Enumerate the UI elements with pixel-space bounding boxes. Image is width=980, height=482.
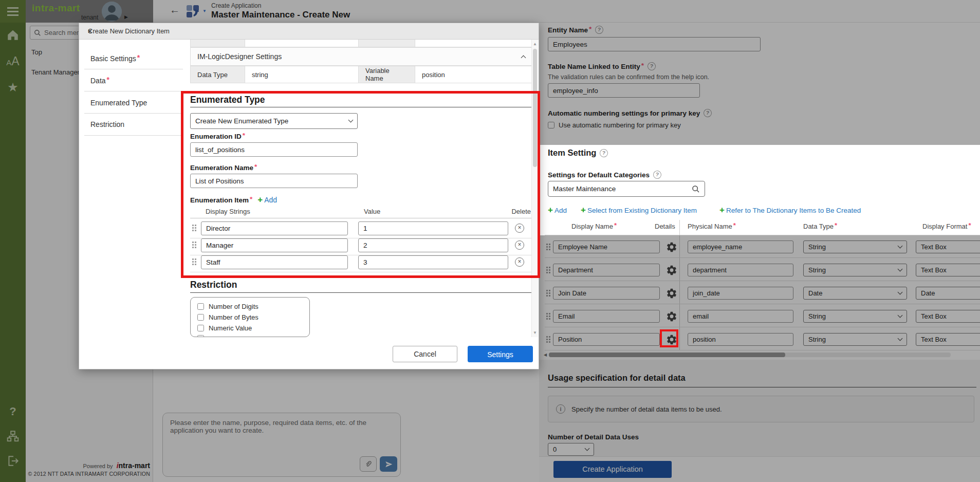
menu-item-top[interactable]: Top [31, 48, 42, 56]
item-refer-link[interactable]: Refer to The Dictionary Items to Be Crea… [719, 205, 861, 215]
restriction-checkbox[interactable] [197, 314, 204, 321]
item-data-type-select[interactable]: String [803, 264, 907, 276]
home-icon[interactable] [0, 28, 26, 44]
help-bubble-icon[interactable] [653, 170, 662, 179]
enum-value-input[interactable] [358, 238, 508, 252]
enumeration-add-link[interactable]: Add [257, 195, 277, 205]
modal-title-bar: Create New Dictionary Item [79, 23, 539, 40]
delete-circle-icon[interactable] [515, 240, 524, 250]
categories-search-box[interactable]: Master Maintenance [548, 181, 705, 197]
cancel-button[interactable]: Cancel [393, 346, 457, 362]
delete-circle-icon[interactable] [515, 257, 524, 267]
hamburger-menu-button[interactable] [0, 0, 26, 23]
item-display-format-select[interactable]: Text Box [916, 264, 980, 276]
item-physical-name-input[interactable] [688, 310, 793, 323]
enumeration-name-input[interactable] [190, 174, 358, 188]
tab-enumerated-type[interactable]: Enumerated Type [90, 99, 147, 107]
item-data-type-select[interactable]: String [803, 240, 907, 253]
help-bubble-icon[interactable] [703, 108, 712, 118]
help-bubble-icon[interactable] [647, 62, 656, 71]
item-select-existing-link[interactable]: Select from Existing Dictionary Item [581, 205, 697, 215]
item-display-name-input[interactable] [553, 240, 660, 253]
restriction-checkbox[interactable] [197, 303, 204, 310]
item-physical-name-input[interactable] [688, 333, 793, 346]
drag-handle[interactable] [192, 225, 194, 226]
drag-handle[interactable] [546, 244, 548, 245]
scrollbar-thumb[interactable] [533, 49, 537, 167]
hamburger-icon [7, 11, 19, 12]
display-format-value: Text Box [921, 312, 947, 320]
send-button[interactable] [380, 456, 397, 472]
item-display-name-input[interactable] [553, 287, 660, 300]
chat-textarea[interactable] [170, 419, 392, 453]
item-add-link[interactable]: Add [548, 205, 567, 215]
drag-handle[interactable] [546, 336, 548, 338]
item-display-format-select[interactable]: Text Box [916, 333, 980, 346]
item-display-format-select[interactable]: Date [916, 287, 980, 300]
tab-basic-settings[interactable]: Basic Settings [90, 54, 140, 63]
create-application-button[interactable]: Create Application [553, 461, 672, 478]
font-size-icon[interactable]: AA [0, 54, 26, 68]
help-bubble-icon[interactable] [599, 148, 608, 157]
drag-handle[interactable] [546, 290, 548, 291]
item-physical-name-input[interactable] [688, 240, 793, 253]
horizontal-scrollbar-thumb[interactable] [549, 353, 785, 357]
drag-handle[interactable] [546, 267, 548, 268]
restriction-checkbox[interactable] [197, 325, 204, 331]
tab-restriction[interactable]: Restriction [90, 120, 124, 128]
details-gear-icon[interactable] [666, 265, 677, 276]
item-display-format-select[interactable]: Text Box [916, 240, 980, 253]
drag-handle[interactable] [192, 242, 194, 243]
item-display-name-input[interactable] [553, 333, 660, 346]
auto-numbering-checkbox[interactable] [548, 122, 554, 128]
item-data-type-select[interactable]: String [803, 310, 907, 323]
scroll-up-arrow-icon[interactable] [533, 42, 537, 46]
auto-numbering-checkbox-row: Use automatic numbering for primary key [548, 121, 681, 129]
details-gear-icon[interactable] [666, 242, 677, 253]
tab-data[interactable]: Data [90, 77, 109, 85]
enumeration-id-input[interactable] [190, 142, 358, 157]
settings-button[interactable]: Settings [468, 346, 533, 362]
scroll-left-arrow-icon[interactable] [544, 353, 547, 357]
item-display-format-select[interactable]: Text Box [916, 310, 980, 323]
restriction-checkbox[interactable] [197, 335, 204, 337]
details-gear-icon-position[interactable] [666, 334, 677, 345]
enum-value-input[interactable] [358, 255, 508, 269]
favorites-star-icon[interactable]: ★ [0, 80, 26, 95]
logic-designer-section-header[interactable]: IM-LogicDesigner Settings [190, 47, 532, 66]
auto-numbering-label: Automatic numbering settings for primary… [548, 109, 700, 117]
enum-display-input[interactable] [201, 255, 348, 269]
table-name-input[interactable] [548, 83, 700, 98]
enumerated-type-select[interactable]: Create New Enumerated Type [190, 113, 358, 129]
enum-display-input[interactable] [201, 221, 348, 235]
user-avatar[interactable] [102, 2, 122, 22]
intra-mart-logo: intra-mart [32, 3, 80, 14]
enum-value-input[interactable] [358, 221, 508, 235]
delete-circle-icon[interactable] [515, 224, 524, 233]
item-physical-name-input[interactable] [688, 264, 793, 276]
app-menu-caret-icon[interactable] [202, 9, 207, 13]
logout-icon[interactable] [0, 454, 26, 470]
details-gear-icon[interactable] [666, 288, 677, 299]
enum-display-input[interactable] [201, 238, 348, 252]
org-chart-icon[interactable] [0, 430, 26, 445]
close-icon[interactable] [88, 27, 531, 35]
item-physical-name-input[interactable] [688, 287, 793, 300]
item-display-name-input[interactable] [553, 264, 660, 276]
item-data-type-select[interactable]: Date [803, 287, 907, 300]
scroll-down-arrow-icon[interactable] [533, 330, 537, 335]
item-display-name-input[interactable] [553, 310, 660, 323]
back-button[interactable] [170, 4, 180, 16]
detail-count-select[interactable]: 0 [548, 443, 594, 456]
help-icon[interactable]: ? [0, 405, 26, 418]
item-data-type-select[interactable]: String [803, 333, 907, 346]
profile-caret-icon[interactable] [124, 14, 128, 20]
attach-file-button[interactable] [360, 456, 377, 472]
app-icon[interactable] [185, 4, 200, 19]
help-bubble-icon[interactable] [595, 25, 604, 34]
drag-handle[interactable] [546, 313, 548, 314]
details-gear-icon[interactable] [666, 311, 677, 322]
drag-handle[interactable] [192, 258, 194, 260]
entity-name-input[interactable] [548, 37, 761, 51]
modal-scrollbar[interactable] [531, 40, 538, 337]
